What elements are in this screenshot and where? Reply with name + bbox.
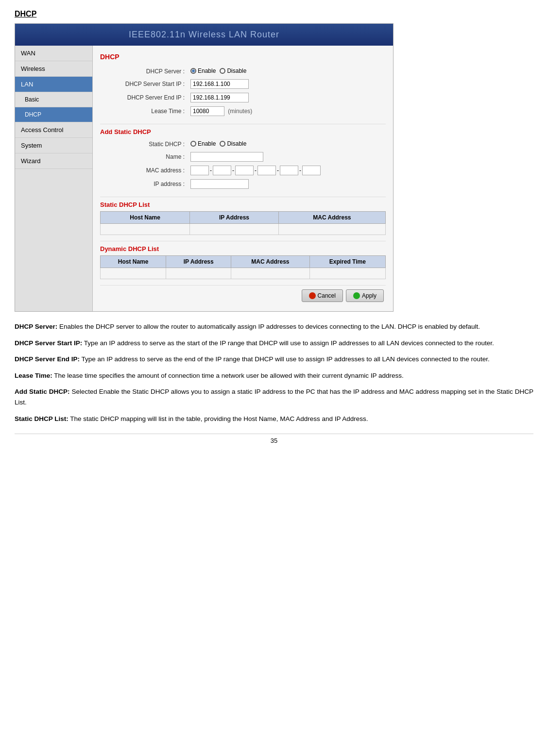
static-cell-2 [190,224,279,235]
minutes-label: (minutes) [228,108,252,115]
mac-address-label: MAC address : [100,164,188,177]
static-col-hostname: Host Name [101,212,190,224]
server-disable-dot [220,68,225,74]
desc-add-static-text: Selected Enable the Static DHCP allows y… [15,388,533,406]
name-input[interactable] [190,152,263,162]
mac-address-cell: - - - - - [188,164,386,177]
sidebar: WAN Wireless LAN Basic DHCP Access Contr… [15,46,93,311]
sidebar-item-wireless[interactable]: Wireless [15,61,92,77]
dynamic-col-ipaddress: IP Address [166,256,231,268]
mac-input-5[interactable] [280,166,298,175]
mac-input-6[interactable] [302,166,321,175]
desc-start-ip-text: Type an IP address to serve as the start… [84,339,494,347]
mac-sep-1: - [210,167,212,174]
desc-start-ip: DHCP Server Start IP: Type an IP address… [15,338,533,349]
desc-end-ip-text: Type an IP address to serve as the end o… [82,355,490,363]
static-cell-1 [101,224,190,235]
router-body: WAN Wireless LAN Basic DHCP Access Contr… [15,46,393,311]
apply-icon [353,292,360,299]
cancel-button[interactable]: Cancel [302,289,343,302]
apply-button[interactable]: Apply [346,289,384,302]
static-cell-3 [278,224,385,235]
server-enable-radio[interactable]: Enable [190,67,216,74]
dynamic-cell-4 [309,268,385,279]
desc-end-ip: DHCP Server End IP: Type an IP address t… [15,354,533,365]
desc-lease-time-text: The lease time specifies the amount of c… [54,372,403,379]
mac-sep-5: - [299,167,301,174]
desc-static-list-text: The static DHCP mapping will list in the… [70,415,368,422]
lease-time-label: Lease Time : [100,104,188,118]
sidebar-item-system[interactable]: System [15,138,92,153]
name-label: Name : [100,150,188,164]
mac-input-3[interactable] [235,166,254,175]
mac-sep-4: - [277,167,279,174]
page-title: DHCP [15,10,533,18]
mac-sep-3: - [255,167,257,174]
mac-input-1[interactable] [190,166,209,175]
start-ip-cell [188,77,386,91]
cancel-icon [309,292,316,299]
dynamic-col-hostname: Host Name [101,256,166,268]
lease-time-cell: (minutes) [188,104,386,118]
static-dhcp-form: Static DHCP : Enable Disable [100,138,386,191]
dynamic-cell-1 [101,268,166,279]
server-disable-radio[interactable]: Disable [220,67,246,74]
sidebar-item-wan[interactable]: WAN [15,46,92,61]
mac-sep-2: - [232,167,234,174]
start-ip-label: DHCP Server Start IP : [100,77,188,91]
desc-dhcp-server-text: Enables the DHCP server to allow the rou… [59,323,480,330]
descriptions: DHCP Server: Enables the DHCP server to … [15,321,533,424]
dynamic-dhcp-list: Host Name IP Address MAC Address Expired… [100,255,386,279]
router-header: IEEE802.11n Wireless LAN Router [15,24,393,46]
desc-start-ip-term: DHCP Server Start IP: [15,339,82,347]
add-static-dhcp-title: Add Static DHCP [100,124,386,135]
desc-lease-time-term: Lease Time: [15,372,52,379]
desc-dhcp-server-term: DHCP Server: [15,323,57,330]
server-radio-group: Enable Disable [188,66,386,77]
end-ip-input[interactable] [190,93,249,102]
desc-lease-time: Lease Time: The lease time specifies the… [15,370,533,381]
start-ip-input[interactable] [190,79,249,89]
button-row: Cancel Apply [100,285,386,304]
mac-inputs-group: - - - - - [190,166,321,175]
main-content: DHCP DHCP Server : Enable Disab [93,46,393,311]
dynamic-cell-2 [166,268,231,279]
dynamic-col-expiredtime: Expired Time [309,256,385,268]
dhcp-server-table: DHCP Server : Enable Disable [100,66,386,118]
sidebar-item-dhcp[interactable]: DHCP [15,107,92,122]
static-enable-radio[interactable]: Enable [190,140,216,147]
ip-address-input[interactable] [190,179,249,189]
static-disable-dot [220,141,225,147]
static-dhcp-label: Static DHCP : [100,138,188,150]
static-enable-dot [190,141,196,147]
static-list-title: Static DHCP List [100,197,386,208]
static-disable-radio[interactable]: Disable [220,140,246,147]
static-list-row-empty [101,224,386,235]
ip-address-label: IP address : [100,177,188,191]
sidebar-item-wizard[interactable]: Wizard [15,153,92,169]
lease-time-input[interactable] [190,106,224,116]
sidebar-item-basic[interactable]: Basic [15,92,92,107]
mac-input-4[interactable] [257,166,276,175]
desc-end-ip-term: DHCP Server End IP: [15,355,80,363]
dhcp-section-title: DHCP [100,53,386,61]
static-dhcp-list: Host Name IP Address MAC Address [100,211,386,235]
name-cell [188,150,386,164]
ip-address-cell [188,177,386,191]
desc-dhcp-server: DHCP Server: Enables the DHCP server to … [15,321,533,332]
desc-add-static-term: Add Static DHCP: [15,388,70,395]
mac-input-2[interactable] [213,166,231,175]
dynamic-list-title: Dynamic DHCP List [100,241,386,252]
desc-add-static: Add Static DHCP: Selected Enable the Sta… [15,386,533,407]
sidebar-item-access-control[interactable]: Access Control [15,122,92,138]
server-label: DHCP Server : [100,66,188,77]
static-col-ipaddress: IP Address [190,212,279,224]
dynamic-cell-3 [231,268,310,279]
page-number: 35 [15,434,533,444]
sidebar-item-lan[interactable]: LAN [15,77,92,92]
end-ip-label: DHCP Server End IP : [100,91,188,104]
static-dhcp-radio-group: Enable Disable [188,138,386,150]
router-container: IEEE802.11n Wireless LAN Router WAN Wire… [15,23,394,312]
server-enable-dot [190,68,196,74]
desc-static-list: Static DHCP List: The static DHCP mappin… [15,414,533,424]
